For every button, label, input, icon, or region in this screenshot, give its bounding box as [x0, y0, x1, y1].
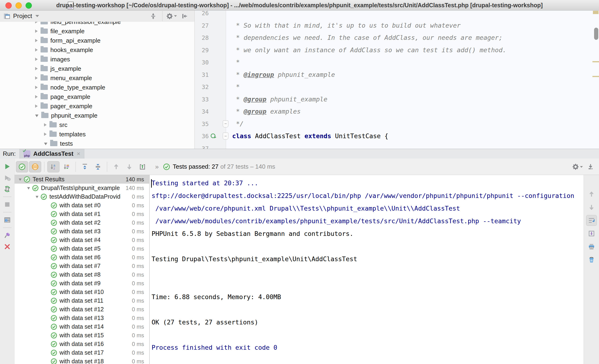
expand-all-button[interactable]	[79, 161, 91, 172]
rerun-failed-button[interactable]	[2, 172, 13, 183]
editor-gutter[interactable]: 36−	[195, 130, 226, 142]
settings-button[interactable]	[165, 10, 177, 22]
hide-left-button[interactable]	[178, 10, 191, 22]
editor-gutter[interactable]: 33	[195, 93, 226, 106]
project-tree-item[interactable]: page_example	[0, 92, 194, 101]
chevron-down-icon[interactable]	[44, 143, 47, 145]
editor-gutter[interactable]: 37	[195, 142, 226, 149]
project-tree-item[interactable]: phpunit_example	[0, 111, 194, 120]
editor-gutter[interactable]: 35−	[195, 118, 226, 130]
chevron-right-icon[interactable]	[35, 76, 38, 80]
scroll-from-source-button[interactable]	[147, 10, 159, 22]
clear-all-button[interactable]	[586, 254, 597, 265]
chevron-right-icon[interactable]	[35, 105, 38, 108]
editor-gutter[interactable]: 29	[195, 44, 226, 56]
chevron-down-icon[interactable]	[19, 178, 22, 181]
project-tree-item[interactable]: js_example	[0, 64, 194, 73]
restore-layout-button[interactable]	[2, 214, 13, 225]
chevron-right-icon[interactable]	[35, 29, 38, 33]
previous-failed-button[interactable]	[110, 161, 122, 172]
scroll-down-button[interactable]	[586, 202, 597, 213]
chevron-right-icon[interactable]	[35, 48, 38, 52]
hide-panel-button[interactable]	[584, 161, 597, 172]
export-test-results-button[interactable]	[136, 161, 149, 172]
chevron-right-icon[interactable]	[35, 58, 38, 61]
toolbar-overflow-chevron[interactable]: »	[155, 163, 159, 170]
project-tree-item[interactable]: templates	[0, 130, 194, 139]
close-button[interactable]	[2, 241, 13, 252]
test-row[interactable]: with data set #170 ms	[15, 348, 149, 357]
chevron-right-icon[interactable]	[35, 22, 38, 23]
stop-button[interactable]	[2, 199, 13, 210]
test-row[interactable]: with data set #90 ms	[15, 279, 149, 288]
print-button[interactable]	[586, 241, 597, 252]
test-row[interactable]: with data set #150 ms	[15, 331, 149, 340]
editor-gutter[interactable]: 30	[195, 56, 226, 69]
pin-button[interactable]	[2, 230, 13, 241]
chevron-right-icon[interactable]	[35, 86, 38, 89]
editor-gutter[interactable]: 27	[195, 19, 226, 32]
editor-gutter[interactable]: 31	[195, 69, 226, 81]
settings-button[interactable]	[571, 161, 583, 172]
chevron-down-icon[interactable]	[35, 115, 38, 117]
test-row[interactable]: with data set #00 ms	[15, 201, 149, 210]
project-tree-item[interactable]: node_type_example	[0, 83, 194, 92]
test-results-tree[interactable]: Test Results140 msDrupal\Tests\phpunit_e…	[15, 175, 150, 364]
chevron-right-icon[interactable]	[44, 123, 47, 126]
project-tree-item[interactable]: src	[0, 120, 194, 130]
project-views-dropdown-icon[interactable]	[35, 15, 39, 17]
editor-gutter[interactable]: 34	[195, 105, 226, 118]
show-ignored-button[interactable]	[29, 161, 41, 172]
error-stripe-mark[interactable]	[592, 61, 599, 62]
close-tab-icon[interactable]: ×	[77, 150, 80, 157]
chevron-right-icon[interactable]	[35, 67, 38, 70]
test-row[interactable]: with data set #10 ms	[15, 210, 149, 218]
project-tree-item[interactable]: images	[0, 54, 194, 64]
chevron-right-icon[interactable]	[35, 39, 38, 42]
chevron-down-icon[interactable]	[27, 187, 30, 189]
test-console[interactable]: Testing started at 20:37 ...sftp://docke…	[150, 175, 583, 364]
scroll-to-end-button[interactable]	[586, 228, 597, 239]
test-row[interactable]: with data set #120 ms	[15, 305, 149, 314]
chevron-down-icon[interactable]	[35, 196, 38, 198]
test-row[interactable]: with data set #30 ms	[15, 227, 149, 236]
test-row[interactable]: with data set #140 ms	[15, 322, 149, 331]
titlebar[interactable]: drupal-testing-workshop [~/Code/os/drupa…	[0, 0, 599, 10]
test-row[interactable]: with data set #180 ms	[15, 357, 149, 364]
sort-by-duration-button[interactable]	[61, 161, 73, 172]
chevron-right-icon[interactable]	[35, 95, 38, 98]
test-row[interactable]: with data set #70 ms	[15, 262, 149, 270]
fold-marker-icon[interactable]: −	[223, 133, 229, 140]
test-row[interactable]: Test Results140 ms	[15, 175, 149, 184]
test-row[interactable]: with data set #50 ms	[15, 244, 149, 253]
error-stripe-mark[interactable]	[593, 11, 599, 14]
error-stripe-mark[interactable]	[592, 76, 599, 77]
editor[interactable]: 2627 * So with that in mind, it's up to …	[195, 10, 599, 149]
editor-scrollbar-thumb[interactable]	[594, 28, 598, 40]
chevron-right-icon[interactable]	[44, 133, 47, 136]
project-panel-header[interactable]: Project	[0, 10, 194, 22]
test-row[interactable]: with data set #160 ms	[15, 340, 149, 348]
soft-wrap-button[interactable]	[586, 215, 597, 226]
run-tab-addclasstest[interactable]: php AddClassTest ×	[19, 149, 84, 159]
test-row[interactable]: with data set #100 ms	[15, 288, 149, 296]
run-test-gutter-icon[interactable]	[210, 133, 217, 140]
test-row[interactable]: testAddWithBadDataProvider0 ms	[15, 192, 149, 201]
next-failed-button[interactable]	[123, 161, 135, 172]
editor-gutter[interactable]: 26	[195, 10, 226, 19]
scroll-up-button[interactable]	[586, 189, 597, 200]
editor-gutter[interactable]: 28	[195, 32, 226, 44]
collapse-all-button[interactable]	[92, 161, 104, 172]
fold-marker-icon[interactable]: −	[223, 120, 229, 127]
project-tree-item[interactable]: tests	[0, 139, 194, 148]
project-tree-item[interactable]: menu_example	[0, 73, 194, 83]
project-tree-item[interactable]: pager_example	[0, 101, 194, 111]
editor-gutter[interactable]: 32	[195, 81, 226, 93]
test-row[interactable]: with data set #80 ms	[15, 270, 149, 279]
test-row[interactable]: with data set #60 ms	[15, 253, 149, 262]
project-tree-item[interactable]: form_api_example	[0, 36, 194, 45]
test-row[interactable]: Drupal\Tests\phpunit_example140 ms	[15, 184, 149, 192]
test-row[interactable]: with data set #130 ms	[15, 314, 149, 322]
sort-alphabetically-button[interactable]: az	[47, 161, 60, 172]
test-row[interactable]: with data set #110 ms	[15, 296, 149, 305]
